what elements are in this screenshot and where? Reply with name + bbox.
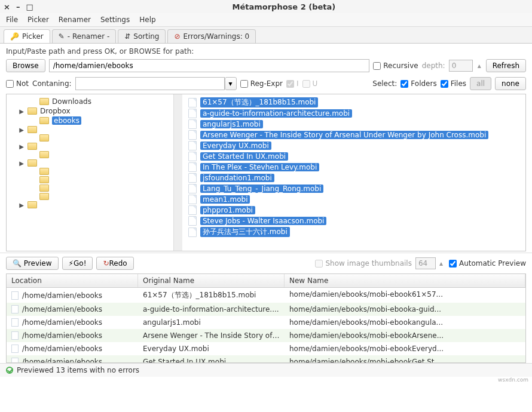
i-checkbox[interactable]: I — [286, 79, 299, 88]
tree-node[interactable]: ▶ — [7, 159, 173, 167]
table-row[interactable]: /home/damien/ebooksEveryday UX.mobihome/… — [7, 342, 525, 355]
cell-location: /home/damien/ebooks — [7, 343, 138, 354]
expander-icon[interactable]: ▶ — [19, 127, 25, 133]
thumbnails-checkbox[interactable]: Show image thumbnails — [315, 259, 412, 268]
tree-node[interactable] — [7, 176, 173, 184]
regexpr-checkbox[interactable]: Reg-Expr — [240, 79, 283, 88]
go-button[interactable]: ⚡Go! — [62, 257, 93, 270]
menu-file[interactable]: File — [6, 16, 18, 24]
menu-renamer[interactable]: Renamer — [59, 16, 91, 24]
file-icon — [188, 109, 197, 118]
tree-node[interactable] — [7, 167, 173, 176]
file-item[interactable]: 孙子兵法与三十六计.mobi — [182, 226, 525, 238]
tab-picker-label: Picker — [22, 32, 44, 41]
warning-icon: ⊘ — [174, 32, 180, 41]
preview-button[interactable]: 🔍 Preview — [6, 257, 59, 270]
expander-icon[interactable]: ▶ — [19, 160, 25, 167]
folder-icon — [39, 176, 49, 183]
table-row[interactable]: /home/damien/ebooksa-guide-to-informatio… — [7, 303, 525, 316]
file-item[interactable]: angularjs1.mobi — [182, 119, 525, 130]
minimize-icon[interactable]: – — [16, 2, 20, 11]
file-item[interactable]: a-guide-to-information-architecture.mobi — [182, 108, 525, 119]
tree-node[interactable] — [7, 192, 173, 201]
select-none-button[interactable]: none — [495, 77, 526, 90]
files-checkbox[interactable]: Files — [441, 79, 466, 88]
redo-button[interactable]: ↻Redo — [96, 257, 133, 270]
containing-input[interactable] — [75, 77, 225, 90]
folder-icon — [39, 134, 49, 142]
table-row[interactable]: /home/damien/ebooksGet Started In UX.mob… — [7, 355, 525, 363]
folder-tree[interactable]: Downloads▶Dropboxebooks▶ ▶ ▶ ▶ — [7, 94, 174, 251]
tree-node[interactable] — [7, 150, 173, 159]
sorting-icon: ⇵ — [124, 32, 130, 41]
thumb-size-input[interactable] — [415, 257, 436, 269]
containing-dropdown[interactable]: ▾ — [225, 77, 237, 90]
select-all-button[interactable]: all — [470, 77, 491, 90]
file-list[interactable]: 61×57（节选）_181b8b15.mobia-guide-to-inform… — [182, 94, 525, 251]
tree-node[interactable]: ▶ — [7, 201, 173, 209]
path-input[interactable] — [49, 59, 370, 72]
file-item[interactable]: phppro1.mobi — [182, 205, 525, 216]
thumb-stepper[interactable]: ▴ — [439, 259, 445, 268]
tree-node[interactable]: ebooks — [7, 116, 173, 125]
cell-location: /home/damien/ebooks — [7, 317, 138, 328]
file-item[interactable]: Steve Jobs - Walter Isaacson.mobi — [182, 216, 525, 226]
depth-input[interactable] — [449, 60, 473, 72]
file-item[interactable]: Everyday UX.mobi — [182, 140, 525, 151]
file-icon — [188, 152, 197, 161]
expander-icon[interactable]: ▶ — [19, 108, 25, 115]
tree-node[interactable]: ▶Dropbox — [7, 106, 173, 116]
file-item[interactable]: Lang_Tu_Teng_-_Jiang_Rong.mobi — [182, 183, 525, 194]
file-item[interactable]: 61×57（节选）_181b8b15.mobi — [182, 97, 525, 108]
expander-icon[interactable]: ▶ — [19, 143, 25, 150]
tab-sorting[interactable]: ⇵ Sorting — [118, 29, 166, 43]
file-icon — [188, 130, 197, 140]
file-icon — [188, 216, 197, 226]
col-original[interactable]: Original Name — [138, 274, 285, 287]
tree-node[interactable]: Downloads — [7, 97, 173, 106]
folder-icon — [39, 117, 49, 124]
file-item[interactable]: mean1.mobi — [182, 194, 525, 205]
file-item[interactable]: jsfoundation1.mobi — [182, 173, 525, 183]
folders-checkbox[interactable]: Folders — [400, 79, 436, 88]
file-name: angularjs1.mobi — [200, 120, 263, 128]
tab-renamer[interactable]: ✎ - Renamer - — [52, 29, 117, 43]
close-icon[interactable]: × — [4, 2, 10, 11]
folder-icon — [39, 98, 49, 105]
file-name: phppro1.mobi — [200, 206, 255, 214]
cell-newname: home/damien/ebooks/mobi-ebookGet St... — [285, 356, 525, 363]
containing-label: Contaning: — [32, 79, 72, 88]
tree-scrollbar[interactable] — [174, 94, 182, 251]
file-item[interactable]: In The Plex - Stevhen Levy.mobi — [182, 162, 525, 173]
expander-icon[interactable]: ▶ — [19, 202, 25, 208]
refresh-button[interactable]: Refresh — [486, 59, 526, 72]
tree-node[interactable]: ▶ — [7, 142, 173, 150]
window-title: Métamorphose 2 (beta) — [39, 2, 528, 11]
col-newname[interactable]: New Name — [285, 274, 525, 287]
file-item[interactable]: Get Started In UX.mobi — [182, 151, 525, 162]
tree-node[interactable] — [7, 134, 173, 142]
col-location[interactable]: Location — [7, 274, 138, 287]
table-row[interactable]: /home/damien/ebooksArsene Wenger - The I… — [7, 329, 525, 342]
depth-stepper[interactable]: ▴ — [476, 62, 482, 70]
tree-node[interactable] — [7, 184, 173, 192]
menu-settings[interactable]: Settings — [100, 16, 130, 24]
table-row[interactable]: /home/damien/ebooksangularjs1.mobihome/d… — [7, 316, 525, 329]
browse-button[interactable]: Browse — [6, 59, 45, 72]
table-row[interactable]: /home/damien/ebooks61×57（节选）_181b8b15.mo… — [7, 288, 525, 303]
tab-errors[interactable]: ⊘ Errors/Warnings: 0 — [167, 29, 256, 43]
menu-help[interactable]: Help — [139, 16, 155, 24]
file-icon — [188, 184, 197, 193]
maximize-icon[interactable]: □ — [26, 2, 33, 11]
file-icon — [188, 119, 197, 129]
recursive-checkbox[interactable]: Recursive — [373, 62, 418, 70]
folder-icon — [39, 168, 49, 175]
file-item[interactable]: Arsene Wenger - The Inside Story of Arse… — [182, 130, 525, 140]
tab-picker[interactable]: 🔑 Picker — [4, 29, 50, 43]
tree-node[interactable]: ▶ — [7, 125, 173, 134]
u-checkbox[interactable]: U — [302, 79, 318, 88]
menu-picker[interactable]: Picker — [27, 16, 49, 24]
folder-icon — [39, 193, 49, 200]
not-checkbox[interactable]: Not — [6, 79, 29, 88]
auto-preview-checkbox[interactable]: Automatic Preview — [449, 259, 526, 268]
